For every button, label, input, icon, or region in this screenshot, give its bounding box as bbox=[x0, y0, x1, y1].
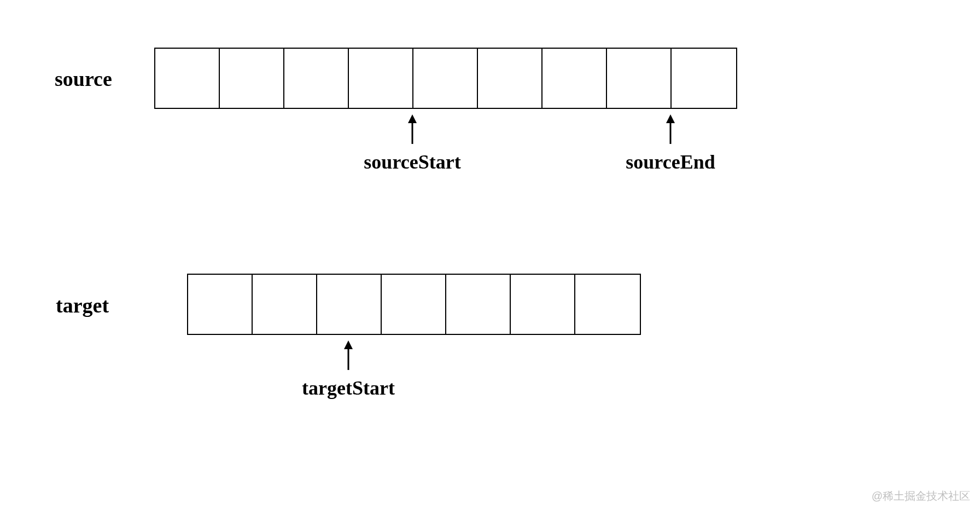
watermark: @稀土掘金技术社区 bbox=[872, 489, 970, 504]
pointer-label: sourceEnd bbox=[626, 151, 715, 173]
pointer-label: targetStart bbox=[302, 377, 395, 400]
source-cell bbox=[478, 49, 542, 108]
source-cell bbox=[284, 49, 349, 108]
target-array bbox=[187, 274, 641, 335]
target-cell bbox=[446, 275, 511, 334]
pointer-label: sourceStart bbox=[364, 151, 460, 173]
target-cell bbox=[317, 275, 382, 334]
target-cell bbox=[575, 275, 640, 334]
source-cell bbox=[542, 49, 607, 108]
target-cell bbox=[253, 275, 317, 334]
source-label: source bbox=[55, 67, 112, 91]
source-cell bbox=[155, 49, 220, 108]
source-array bbox=[154, 48, 737, 109]
source-cell bbox=[349, 49, 413, 108]
target-label: target bbox=[56, 293, 109, 317]
source-cell bbox=[607, 49, 672, 108]
source-cell bbox=[220, 49, 284, 108]
source-cell bbox=[672, 49, 736, 108]
target-cell bbox=[188, 275, 253, 334]
source-cell bbox=[413, 49, 478, 108]
target-cell bbox=[511, 275, 575, 334]
target-cell bbox=[382, 275, 446, 334]
